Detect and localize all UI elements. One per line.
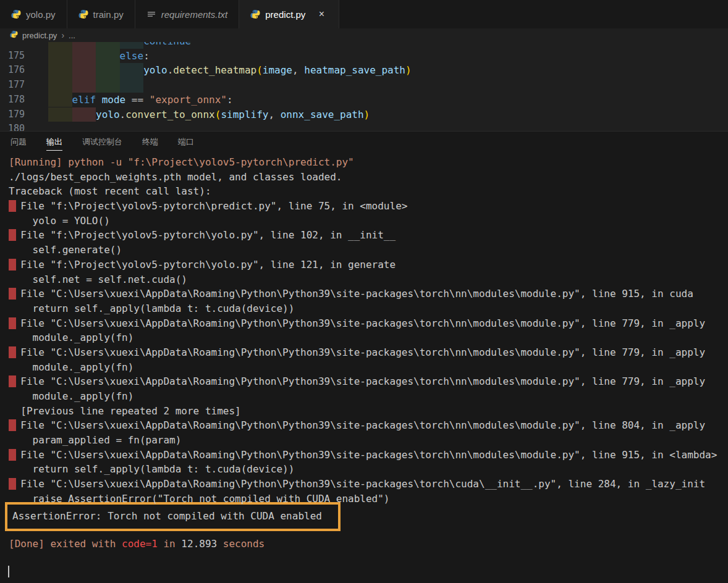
tab-label: yolo.py	[26, 9, 56, 20]
traceback-file-line[interactable]: File "C:\Users\xuexi\AppData\Roaming\Pyt…	[0, 374, 728, 389]
assertion-error-line: AssertionError: Torch not compiled with …	[7, 509, 338, 524]
code-line: elif mode == "export_onnx":	[48, 93, 233, 107]
editor-tab-predict-py[interactable]: predict.py×	[239, 0, 339, 28]
output-line: self.generate()	[0, 243, 728, 258]
output-line: module._apply(fn)	[0, 389, 728, 404]
breadcrumb-ellipsis[interactable]: ...	[69, 31, 75, 40]
output-line: Traceback (most recent call last):	[0, 184, 728, 199]
runner-done-line: [Done] exited with code=1 in 12.893 seco…	[0, 537, 728, 552]
traceback-file-line[interactable]: File "C:\Users\xuexi\AppData\Roaming\Pyt…	[0, 477, 728, 492]
line-number: 179	[0, 107, 25, 122]
indent-rainbow-block	[96, 78, 120, 93]
panel-tab-item[interactable]: 终端	[142, 135, 158, 151]
error-marker	[9, 317, 16, 329]
tab-label: requirements.txt	[161, 9, 228, 20]
error-marker	[9, 229, 16, 241]
chevron-right-icon: ›	[61, 30, 64, 40]
breadcrumb: predict.py › ...	[0, 28, 728, 42]
output-line: [Previous line repeated 2 more times]	[0, 404, 728, 419]
text-cursor	[8, 566, 9, 577]
output-line: yolo = YOLO()	[0, 214, 728, 229]
panel-tab-bar: 问题输出调试控制台终端端口	[0, 131, 728, 153]
editor-tab-train-py[interactable]: train.py	[67, 0, 135, 28]
text-file-icon	[146, 9, 156, 19]
runner-command-line: [Running] python -u "f:\Project\yolov5-p…	[0, 155, 728, 170]
error-marker	[9, 288, 16, 300]
output-line: raise AssertionError("Torch not compiled…	[0, 492, 728, 506]
line-number: 175	[0, 49, 25, 64]
python-icon	[10, 31, 18, 40]
editor-tab-bar: yolo.pytrain.pyrequirements.txtpredict.p…	[0, 0, 728, 28]
editor-tab-requirements-txt[interactable]: requirements.txt	[135, 0, 240, 28]
panel-tab-active[interactable]: 输出	[46, 135, 62, 151]
indent-rainbow-block	[72, 78, 96, 93]
output-line: self.net = self.net.cuda()	[0, 272, 728, 287]
code-line: continue	[48, 42, 191, 49]
error-marker	[9, 259, 16, 271]
line-number: 177	[0, 78, 25, 93]
editor-tab-yolo-py[interactable]: yolo.py	[0, 0, 67, 28]
traceback-file-line[interactable]: File "C:\Users\xuexi\AppData\Roaming\Pyt…	[0, 418, 728, 433]
breadcrumb-file[interactable]: predict.py	[22, 31, 57, 40]
python-icon	[250, 9, 260, 19]
close-tab-icon[interactable]: ×	[315, 8, 328, 20]
output-console[interactable]: [Running] python -u "f:\Project\yolov5-p…	[0, 153, 728, 577]
line-number: 176	[0, 63, 25, 78]
traceback-file-line[interactable]: File "f:\Project\yolov5-pytorch\yolo.py"…	[0, 228, 728, 243]
traceback-file-line[interactable]: File "C:\Users\xuexi\AppData\Roaming\Pyt…	[0, 448, 728, 463]
error-highlight-box: AssertionError: Torch not compiled with …	[5, 502, 341, 532]
indent-rainbow-block	[48, 78, 72, 93]
line-number: 180	[0, 122, 25, 131]
tab-label: predict.py	[265, 9, 305, 20]
tab-label: train.py	[93, 9, 124, 20]
code-editor[interactable]: continue175 else:176 yolo.detect_heatmap…	[0, 42, 728, 131]
python-icon	[11, 9, 21, 19]
indent-rainbow-block	[120, 78, 144, 93]
code-line: else:	[48, 49, 150, 64]
error-marker	[9, 346, 16, 358]
error-marker	[9, 478, 16, 490]
error-marker	[9, 449, 16, 461]
error-marker	[9, 419, 16, 431]
traceback-file-line[interactable]: File "f:\Project\yolov5-pytorch\yolo.py"…	[0, 258, 728, 272]
output-line: param_applied = fn(param)	[0, 433, 728, 448]
output-line: module._apply(fn)	[0, 360, 728, 375]
python-icon	[78, 9, 88, 19]
panel-tab-item[interactable]: 问题	[11, 135, 27, 151]
output-line: module._apply(fn)	[0, 330, 728, 345]
traceback-file-line[interactable]: File "f:\Project\yolov5-pytorch\predict.…	[0, 199, 728, 214]
panel-tab-item[interactable]: 调试控制台	[82, 135, 122, 151]
output-line: return self._apply(lambda t: t.cuda(devi…	[0, 301, 728, 316]
error-marker	[9, 200, 16, 212]
code-line: yolo.detect_heatmap(image, heatmap_save_…	[48, 63, 412, 78]
line-number: 178	[0, 93, 25, 107]
output-line: ./logs/best_epoch_weights.pth model, and…	[0, 170, 728, 185]
traceback-file-line[interactable]: File "C:\Users\xuexi\AppData\Roaming\Pyt…	[0, 316, 728, 331]
python-file-icon	[10, 30, 18, 40]
panel-tab-item[interactable]: 端口	[178, 135, 194, 151]
output-line: return self._apply(lambda t: t.cuda(devi…	[0, 462, 728, 477]
traceback-file-line[interactable]: File "C:\Users\xuexi\AppData\Roaming\Pyt…	[0, 287, 728, 301]
code-line: yolo.convert_to_onnx(simplify, onnx_save…	[48, 107, 370, 122]
error-marker	[9, 375, 16, 387]
traceback-file-line[interactable]: File "C:\Users\xuexi\AppData\Roaming\Pyt…	[0, 345, 728, 360]
